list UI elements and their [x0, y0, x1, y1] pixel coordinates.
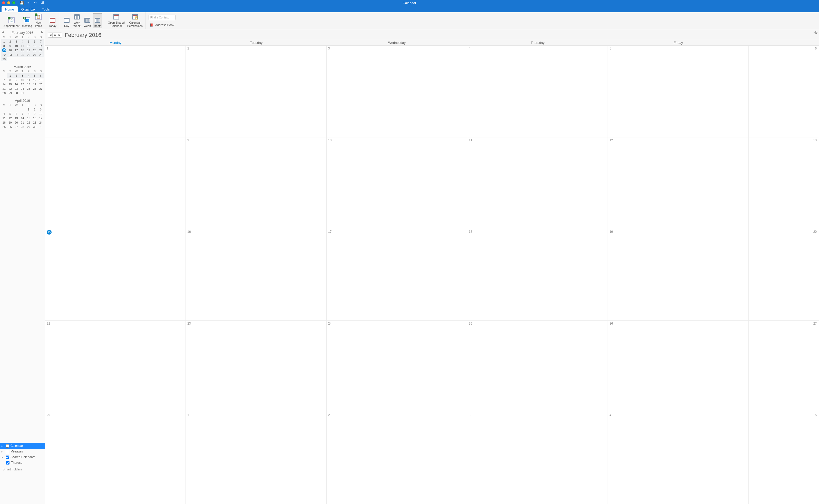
mini-day-cell[interactable]: 11: [1, 116, 7, 120]
mini-day-cell[interactable]: 8: [7, 78, 13, 82]
mini-day-cell[interactable]: 22: [7, 86, 13, 91]
mini-day-cell[interactable]: 10: [38, 112, 44, 116]
calendar-item-theresa[interactable]: Theresa: [0, 460, 45, 466]
calendar-item-shared[interactable]: ▾ Shared Calendars: [0, 454, 45, 460]
mini-day-cell[interactable]: 26: [32, 86, 38, 91]
day-cell[interactable]: 6: [749, 46, 819, 137]
mini-day-cell[interactable]: 21: [19, 120, 26, 125]
tab-home[interactable]: Home: [2, 6, 18, 12]
mini-day-cell[interactable]: 10: [19, 78, 26, 82]
day-cell[interactable]: 25: [467, 321, 608, 412]
day-cell[interactable]: 23: [186, 321, 326, 412]
mini-day-cell[interactable]: 27: [13, 125, 19, 129]
week-view-button[interactable]: Week: [82, 13, 92, 28]
mini-day-cell[interactable]: 3: [19, 73, 26, 78]
mini-day-cell[interactable]: 9: [7, 44, 13, 48]
calendar-permissions-button[interactable]: ⚿ Calendar Permissions: [126, 13, 144, 28]
meeting-button[interactable]: 👥+ Meeting: [21, 13, 33, 28]
day-cell[interactable]: 2: [186, 46, 326, 137]
save-icon[interactable]: 💾: [19, 1, 24, 5]
mini-day-cell[interactable]: 7: [19, 112, 26, 116]
redo-icon[interactable]: ↷: [34, 1, 37, 5]
nav-today-button[interactable]: ◆: [53, 33, 57, 37]
tab-organize[interactable]: Organize: [18, 6, 38, 12]
mini-day-cell[interactable]: 18: [1, 120, 7, 125]
mini-day-cell[interactable]: 29: [7, 91, 13, 95]
mini-day-cell[interactable]: 16: [13, 82, 19, 86]
day-cell[interactable]: 20: [749, 229, 819, 321]
mini-day-cell[interactable]: 2: [32, 107, 38, 112]
mini-day-cell[interactable]: 9: [13, 78, 19, 82]
tab-tools[interactable]: Tools: [38, 6, 53, 12]
mini-day-cell[interactable]: 3: [38, 107, 44, 112]
day-cell[interactable]: 2: [327, 412, 467, 504]
mini-day-cell[interactable]: 14: [38, 44, 44, 48]
mini-day-cell[interactable]: 12: [32, 78, 38, 82]
theresa-checkbox[interactable]: [6, 461, 9, 465]
mini-day-cell[interactable]: 15: [7, 82, 13, 86]
day-cell[interactable]: 26: [608, 321, 748, 412]
day-cell[interactable]: 27: [749, 321, 819, 412]
mini-day-cell[interactable]: 1: [7, 73, 13, 78]
appointment-button[interactable]: 🕒+ Appointment: [3, 13, 21, 28]
mini-day-cell[interactable]: 25: [19, 53, 26, 57]
day-cell[interactable]: 8: [45, 137, 186, 229]
day-cell[interactable]: 10: [327, 137, 467, 229]
mini-day-cell[interactable]: 14: [19, 116, 26, 120]
mini-day-cell[interactable]: 24: [19, 86, 26, 91]
mini-day-cell[interactable]: 30: [13, 91, 19, 95]
mini-day-cell[interactable]: 26: [7, 125, 13, 129]
work-week-view-button[interactable]: Work Week: [72, 13, 82, 28]
month-view-button[interactable]: Month: [93, 13, 103, 28]
mini-day-cell[interactable]: 10: [13, 44, 19, 48]
mini-day-cell[interactable]: 27: [32, 53, 38, 57]
mini-day-cell[interactable]: 27: [38, 86, 44, 91]
mini-day-cell[interactable]: 17: [19, 82, 26, 86]
print-icon[interactable]: 🖶: [41, 1, 44, 5]
day-cell[interactable]: 15: [45, 229, 186, 321]
mini-day-cell[interactable]: 18: [25, 82, 32, 86]
mini-day-cell[interactable]: 29: [1, 57, 7, 61]
mini-day-cell[interactable]: 5: [25, 39, 32, 44]
day-cell[interactable]: 19: [608, 229, 748, 321]
mini-day-cell[interactable]: 16: [32, 116, 38, 120]
mini-day-cell[interactable]: 20: [13, 120, 19, 125]
day-cell[interactable]: 12: [608, 137, 748, 229]
mini-day-cell[interactable]: 30: [32, 125, 38, 129]
mini-day-cell[interactable]: 26: [25, 53, 32, 57]
mini-day-cell[interactable]: 15: [1, 48, 7, 53]
mini-day-cell[interactable]: 23: [32, 120, 38, 125]
mini-day-cell[interactable]: 20: [38, 82, 44, 86]
mini-day-cell[interactable]: 15: [25, 116, 32, 120]
day-view-button[interactable]: Day: [62, 13, 72, 28]
mini-day-cell[interactable]: 19: [7, 120, 13, 125]
mini-day-cell[interactable]: 13: [32, 44, 38, 48]
mini-day-cell[interactable]: 24: [38, 120, 44, 125]
mini-day-cell[interactable]: 4: [19, 39, 26, 44]
day-cell[interactable]: 5: [608, 46, 748, 137]
day-cell[interactable]: 3: [467, 412, 608, 504]
mini-day-cell[interactable]: 7: [1, 78, 7, 82]
mini-day-cell[interactable]: 24: [13, 53, 19, 57]
mini-day-cell[interactable]: 4: [1, 112, 7, 116]
mini-day-cell[interactable]: 23: [13, 86, 19, 91]
day-cell[interactable]: 24: [327, 321, 467, 412]
mini-day-cell[interactable]: 11: [19, 44, 26, 48]
mini-day-cell[interactable]: 2: [7, 39, 13, 44]
day-cell[interactable]: 1: [186, 412, 326, 504]
mini-day-cell[interactable]: 22: [1, 53, 7, 57]
mini-day-cell[interactable]: 21: [38, 48, 44, 53]
day-cell[interactable]: 9: [186, 137, 326, 229]
day-cell[interactable]: 3: [327, 46, 467, 137]
mini-day-cell[interactable]: 5: [32, 73, 38, 78]
undo-icon[interactable]: ↶: [27, 1, 31, 5]
calendar-item-calendar[interactable]: ▸ Calendar: [0, 443, 45, 449]
find-contact-input[interactable]: Find a Contact: [148, 15, 175, 20]
smart-folders-heading[interactable]: Smart Folders: [0, 466, 45, 473]
mini-day-cell[interactable]: 7: [38, 39, 44, 44]
mini-day-cell[interactable]: 21: [1, 86, 7, 91]
mini-day-cell[interactable]: 23: [7, 53, 13, 57]
day-cell[interactable]: 29: [45, 412, 186, 504]
mini-day-cell[interactable]: 3: [13, 39, 19, 44]
open-shared-calendar-button[interactable]: Open Shared Calendar: [107, 13, 125, 28]
